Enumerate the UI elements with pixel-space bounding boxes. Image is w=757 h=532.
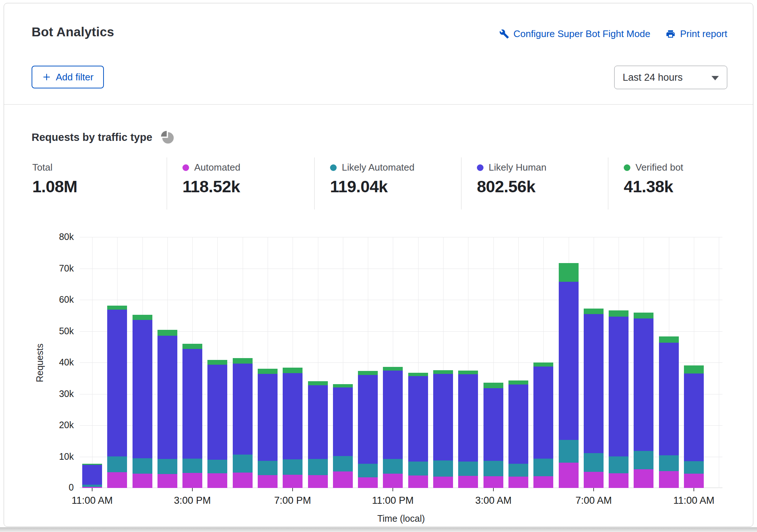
bar-segment-likely-human <box>609 317 629 456</box>
bar-segment-likely-automated <box>258 461 278 475</box>
bar-100pm[interactable] <box>133 315 152 488</box>
stat-total-value: 1.08M <box>32 177 167 196</box>
bar-segment-likely-automated <box>508 464 528 477</box>
time-range-value: Last 24 hours <box>623 72 683 83</box>
legend-dot-verified-bot <box>624 164 630 171</box>
y-tick-label: 30k <box>19 389 74 399</box>
stat-likely-automated-value: 119.04k <box>330 177 461 196</box>
bar-500am[interactable] <box>533 362 553 488</box>
add-filter-button[interactable]: Add filter <box>32 66 104 88</box>
stat-likely-automated-label: Likely Automated <box>342 162 414 173</box>
bar-segment-automated <box>659 471 679 488</box>
bar-200pm[interactable] <box>157 330 177 488</box>
bar-segment-likely-automated <box>584 453 604 472</box>
x-tick-label: 11:00 PM <box>352 495 433 506</box>
bar-1100am[interactable] <box>684 365 704 488</box>
bar-1000pm[interactable] <box>358 371 378 488</box>
stat-total: Total 1.08M <box>4 157 167 209</box>
bar-1200am[interactable] <box>408 373 428 488</box>
bar-100am[interactable] <box>433 370 453 488</box>
y-tick-label: 40k <box>19 357 74 368</box>
bar-segment-likely-human <box>584 314 604 453</box>
bar-segment-likely-automated <box>609 456 629 473</box>
bar-segment-likely-automated <box>383 459 403 474</box>
bar-800am[interactable] <box>609 310 629 488</box>
bar-1100am[interactable] <box>82 464 102 488</box>
bar-segment-verified-bot <box>584 309 604 314</box>
bar-segment-likely-human <box>383 371 403 459</box>
bar-segment-automated <box>157 474 177 488</box>
bar-segment-likely-human <box>333 387 353 456</box>
bar-segment-likely-automated <box>358 464 378 477</box>
bar-segment-likely-human <box>483 388 503 461</box>
bar-segment-verified-bot <box>634 313 653 318</box>
stat-likely-human: Likely Human 802.56k <box>461 157 608 209</box>
bar-segment-automated <box>107 472 127 488</box>
x-tick-label: 7:00 AM <box>553 495 634 506</box>
bar-1100pm[interactable] <box>383 367 403 488</box>
bar-segment-likely-human <box>157 336 177 459</box>
configure-super-bot-fight-mode-link[interactable]: Configure Super Bot Fight Mode <box>499 28 651 40</box>
stat-automated: Automated 118.52k <box>167 157 314 209</box>
bar-segment-automated <box>182 473 202 488</box>
bar-segment-automated <box>133 474 152 488</box>
bar-segment-likely-human <box>182 349 202 459</box>
bar-600pm[interactable] <box>258 369 278 488</box>
printer-icon <box>666 29 675 39</box>
bar-1000am[interactable] <box>659 336 679 488</box>
bar-segment-verified-bot <box>182 344 202 349</box>
bar-200am[interactable] <box>458 371 478 488</box>
bar-400am[interactable] <box>508 380 528 488</box>
bar-segment-likely-automated <box>458 462 478 476</box>
print-report-link[interactable]: Print report <box>666 28 727 40</box>
bar-segment-automated <box>258 475 278 488</box>
bar-800pm[interactable] <box>308 381 328 488</box>
configure-link-label: Configure Super Bot Fight Mode <box>514 28 651 40</box>
pie-chart-icon <box>160 130 174 144</box>
x-tick-label: 7:00 PM <box>252 495 333 506</box>
bar-segment-verified-bot <box>659 336 679 343</box>
bar-1200pm[interactable] <box>107 306 127 488</box>
v-gridline <box>719 237 719 488</box>
time-range-select[interactable]: Last 24 hours <box>614 66 727 89</box>
bar-900am[interactable] <box>634 313 653 488</box>
legend-dot-likely-human <box>477 164 483 171</box>
bar-segment-likely-human <box>659 343 679 455</box>
y-tick-label: 70k <box>19 263 74 274</box>
bot-analytics-card: Bot Analytics Configure Super Bot Fight … <box>4 3 753 527</box>
bar-segment-verified-bot <box>609 310 629 317</box>
bar-segment-likely-human <box>433 374 453 460</box>
bar-segment-likely-automated <box>433 460 453 477</box>
bar-700am[interactable] <box>584 309 604 488</box>
bar-segment-likely-automated <box>308 459 328 475</box>
bar-segment-likely-human <box>458 374 478 462</box>
bar-segment-likely-automated <box>634 451 653 469</box>
stat-likely-human-value: 802.56k <box>477 177 608 196</box>
bar-segment-likely-human <box>107 310 127 456</box>
bar-segment-automated <box>308 475 328 488</box>
requests-chart <box>80 237 722 488</box>
bar-segment-likely-human <box>408 376 428 462</box>
bar-segment-likely-human <box>82 465 102 485</box>
bar-segment-verified-bot <box>433 370 453 374</box>
bar-500pm[interactable] <box>233 358 253 488</box>
bar-segment-automated <box>584 472 604 488</box>
bar-segment-likely-automated <box>182 459 202 473</box>
bar-300am[interactable] <box>483 383 503 488</box>
bar-segment-automated <box>233 473 253 488</box>
wrench-icon <box>499 29 509 39</box>
bar-segment-verified-bot <box>107 306 127 310</box>
print-link-label: Print report <box>680 28 727 40</box>
stat-verified-bot-value: 41.38k <box>624 177 753 196</box>
bar-segment-verified-bot <box>358 371 378 375</box>
bar-segment-verified-bot <box>533 362 553 367</box>
stat-automated-value: 118.52k <box>182 177 314 196</box>
bar-segment-likely-automated <box>107 456 127 472</box>
bar-segment-likely-automated <box>483 461 503 476</box>
bar-segment-automated <box>408 475 428 488</box>
bar-600am[interactable] <box>559 263 579 488</box>
bar-400pm[interactable] <box>207 360 227 488</box>
bar-900pm[interactable] <box>333 384 353 488</box>
bar-700pm[interactable] <box>283 368 303 488</box>
bar-300pm[interactable] <box>182 344 202 488</box>
